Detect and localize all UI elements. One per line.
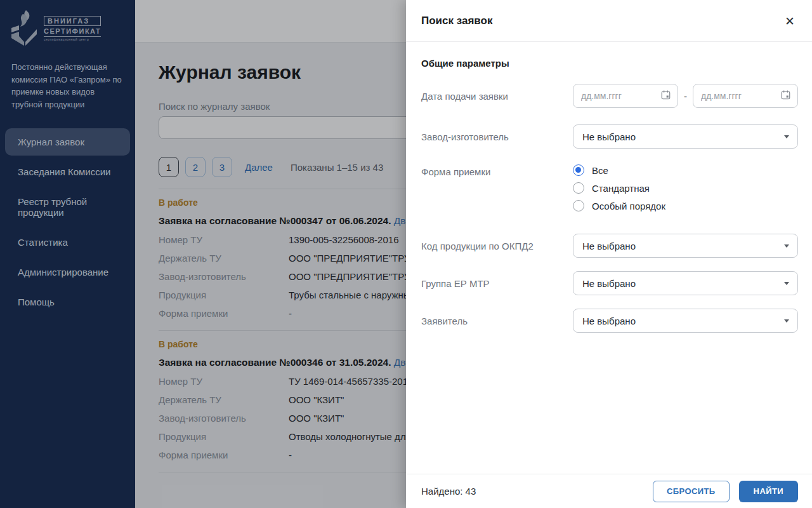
close-icon[interactable]: ✕ bbox=[782, 13, 798, 29]
calendar-icon[interactable] bbox=[660, 90, 671, 103]
select-value: Не выбрано bbox=[582, 131, 636, 142]
radio-label: Стандартная bbox=[592, 183, 650, 194]
reset-button[interactable]: СБРОСИТЬ bbox=[653, 481, 730, 502]
applicant-filter-label: Заявитель bbox=[421, 316, 573, 326]
radio-checked-icon bbox=[573, 164, 584, 176]
chevron-down-icon bbox=[784, 282, 789, 285]
section-title: Общие параметры bbox=[421, 58, 509, 69]
select-value: Не выбрано bbox=[582, 278, 636, 289]
select-value: Не выбрано bbox=[582, 316, 636, 326]
date-range-separator: - bbox=[684, 91, 687, 102]
search-modal: Поиск заявок ✕ Общие параметры Дата пода… bbox=[406, 0, 812, 508]
manufacturer-select[interactable]: Не выбрано bbox=[573, 124, 798, 149]
radio-option-standard[interactable]: Стандартная bbox=[573, 182, 665, 194]
acceptance-radio-group: Все Стандартная Особый порядок bbox=[573, 164, 665, 218]
okpd2-select[interactable]: Не выбрано bbox=[573, 234, 798, 258]
find-button[interactable]: НАЙТИ bbox=[739, 481, 798, 502]
date-filter-label: Дата подачи заявки bbox=[421, 91, 573, 102]
modal-title: Поиск заявок bbox=[421, 15, 492, 27]
date-to-field[interactable] bbox=[693, 84, 798, 108]
modal-footer: Найдено: 43 СБРОСИТЬ НАЙТИ bbox=[406, 474, 812, 508]
er-mtr-select[interactable]: Не выбрано bbox=[573, 271, 798, 295]
select-value: Не выбрано bbox=[582, 241, 636, 251]
radio-unchecked-icon bbox=[573, 182, 584, 194]
manufacturer-filter-label: Завод-изготовитель bbox=[421, 131, 573, 142]
date-from-input[interactable] bbox=[581, 91, 639, 101]
calendar-icon[interactable] bbox=[780, 90, 791, 103]
er-mtr-filter-label: Группа ЕР МТР bbox=[421, 278, 573, 289]
results-count: Найдено: 43 bbox=[421, 486, 476, 497]
date-from-field[interactable] bbox=[573, 84, 678, 108]
radio-option-special[interactable]: Особый порядок bbox=[573, 200, 665, 211]
modal-header: Поиск заявок bbox=[406, 0, 812, 42]
date-to-input[interactable] bbox=[701, 91, 759, 101]
chevron-down-icon bbox=[784, 135, 789, 138]
radio-option-all[interactable]: Все bbox=[573, 164, 665, 176]
radio-label: Особый порядок bbox=[592, 201, 665, 211]
chevron-down-icon bbox=[784, 244, 789, 248]
okpd2-filter-label: Код продукции по ОКПД2 bbox=[421, 241, 573, 251]
applicant-select[interactable]: Не выбрано bbox=[573, 309, 798, 333]
chevron-down-icon bbox=[784, 319, 789, 323]
acceptance-form-label: Форма приемки bbox=[421, 164, 573, 177]
modal-backdrop[interactable] bbox=[0, 0, 406, 508]
radio-unchecked-icon bbox=[573, 200, 584, 211]
radio-label: Все bbox=[592, 165, 608, 176]
